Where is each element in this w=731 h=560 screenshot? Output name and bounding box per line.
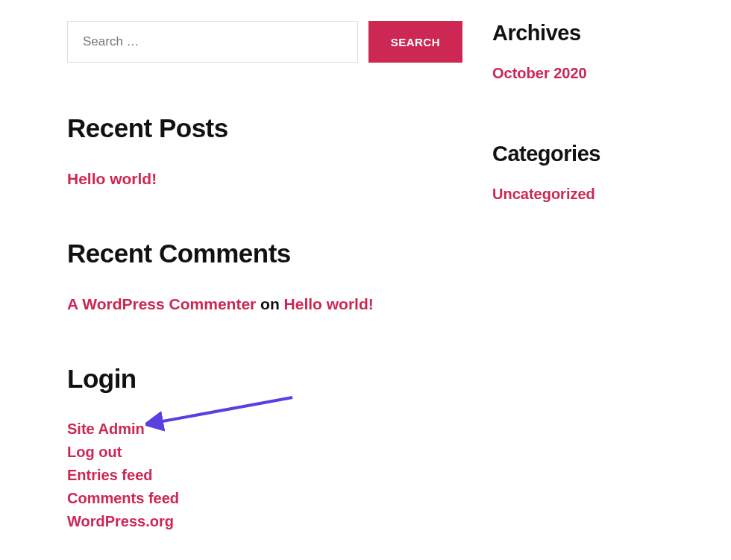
category-link[interactable]: Uncategorized: [492, 186, 595, 203]
search-form: SEARCH: [67, 21, 462, 63]
wordpress-org-link[interactable]: WordPress.org: [67, 513, 174, 529]
comments-feed-link[interactable]: Comments feed: [67, 490, 179, 506]
login-widget: Login Site Admin Log out Entries feed Co…: [67, 364, 462, 530]
recent-comments-widget: Recent Comments A WordPress Commenter on…: [67, 239, 462, 313]
archive-link[interactable]: October 2020: [492, 65, 587, 82]
recent-posts-title: Recent Posts: [67, 113, 462, 143]
categories-widget: Categories Uncategorized: [492, 142, 686, 239]
log-out-link[interactable]: Log out: [67, 444, 122, 460]
comment-post-link[interactable]: Hello world!: [284, 295, 374, 312]
recent-comment-item: A WordPress Commenter on Hello world!: [67, 295, 462, 313]
recent-comments-title: Recent Comments: [67, 239, 462, 268]
categories-title: Categories: [492, 142, 686, 166]
site-admin-link[interactable]: Site Admin: [67, 421, 145, 437]
archives-widget: Archives October 2020: [492, 21, 686, 118]
archives-title: Archives: [492, 21, 686, 45]
search-input[interactable]: [67, 21, 358, 63]
recent-post-link[interactable]: Hello world!: [67, 170, 157, 187]
comment-author-link[interactable]: A WordPress Commenter: [67, 295, 256, 312]
recent-posts-widget: Recent Posts Hello world!: [67, 113, 462, 188]
login-title: Login: [67, 364, 462, 394]
entries-feed-link[interactable]: Entries feed: [67, 467, 152, 483]
search-button[interactable]: SEARCH: [368, 21, 462, 63]
comment-on-text: on: [260, 295, 280, 312]
